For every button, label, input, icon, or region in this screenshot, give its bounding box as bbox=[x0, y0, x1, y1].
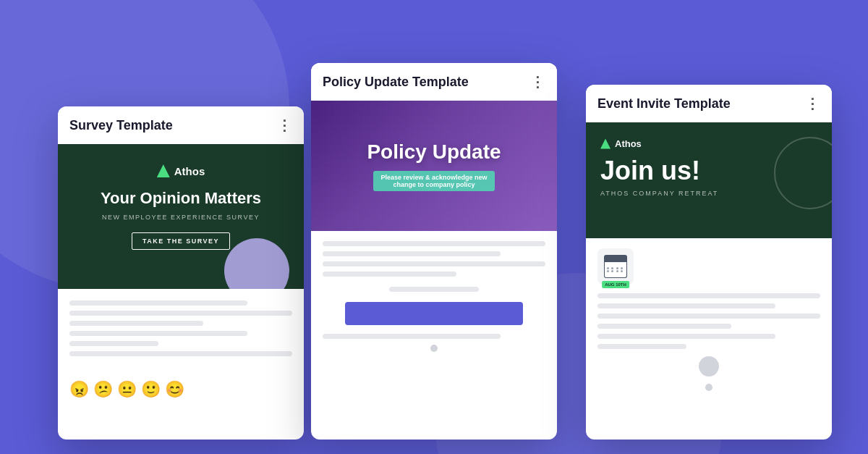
event-line-4 bbox=[597, 324, 731, 329]
policy-pagination-dot bbox=[430, 345, 438, 352]
event-logo-icon bbox=[600, 139, 610, 149]
event-template-card: Event Invite Template ⋮ Athos Join us! A… bbox=[586, 85, 832, 440]
policy-menu-button[interactable]: ⋮ bbox=[530, 73, 545, 91]
cal-dot-5 bbox=[607, 270, 609, 272]
event-banner: Athos Join us! ATHOS COMPANY RETREAT bbox=[586, 122, 832, 238]
event-logo-text: Athos bbox=[615, 138, 642, 149]
policy-card-body: Policy Update Please review & acknowledg… bbox=[311, 101, 557, 368]
event-line-5 bbox=[597, 334, 775, 339]
survey-cta-button[interactable]: TAKE THE SURVEY bbox=[132, 232, 230, 250]
event-card-body: Athos Join us! ATHOS COMPANY RETREAT bbox=[586, 122, 832, 407]
cal-dot-3 bbox=[616, 267, 618, 269]
event-line-6 bbox=[597, 344, 686, 349]
calendar-body bbox=[604, 262, 627, 278]
content-line-3 bbox=[69, 321, 203, 326]
survey-menu-button[interactable]: ⋮ bbox=[277, 117, 292, 134]
event-menu-button[interactable]: ⋮ bbox=[805, 95, 820, 112]
policy-line-1 bbox=[323, 241, 545, 246]
policy-line-5 bbox=[389, 287, 478, 292]
survey-circle-decoration bbox=[224, 238, 289, 289]
athos-logo-icon bbox=[157, 164, 170, 177]
cal-dot-2 bbox=[611, 267, 613, 269]
policy-cta-button[interactable] bbox=[345, 302, 523, 325]
policy-card-title: Policy Update Template bbox=[323, 75, 469, 90]
emoji-angry: 😠 bbox=[69, 380, 89, 399]
policy-subtext-box: Please review & acknowledge new change t… bbox=[373, 171, 494, 191]
content-line-5 bbox=[69, 341, 158, 346]
event-pagination-dot bbox=[705, 384, 712, 391]
survey-emoji-row: 😠 😕 😐 🙂 😊 bbox=[58, 373, 304, 406]
event-content: AUG 10TH bbox=[586, 238, 832, 407]
policy-card-header: Policy Update Template ⋮ bbox=[311, 63, 557, 101]
emoji-happy: 🙂 bbox=[141, 380, 161, 399]
emoji-neutral: 😐 bbox=[117, 380, 137, 399]
content-line-2 bbox=[69, 311, 292, 316]
policy-banner-overlay bbox=[311, 101, 557, 231]
survey-banner: Athos Your Opinion Matters NEW EMPLOYEE … bbox=[58, 144, 304, 289]
policy-banner: Policy Update Please review & acknowledg… bbox=[311, 101, 557, 231]
content-line-4 bbox=[69, 331, 247, 336]
content-line-6 bbox=[69, 351, 292, 356]
event-card-header: Event Invite Template ⋮ bbox=[586, 85, 832, 122]
event-line-2 bbox=[597, 303, 775, 308]
calendar-grid bbox=[607, 267, 624, 272]
emoji-very-happy: 😊 bbox=[165, 380, 184, 399]
policy-headline: Policy Update bbox=[367, 140, 501, 164]
event-cta-circle bbox=[699, 356, 719, 377]
survey-logo-text: Athos bbox=[174, 165, 205, 177]
policy-banner-image: Policy Update Please review & acknowledg… bbox=[311, 101, 557, 231]
policy-content bbox=[311, 231, 557, 368]
survey-card-header: Survey Template ⋮ bbox=[58, 106, 304, 144]
survey-card-body: Athos Your Opinion Matters NEW EMPLOYEE … bbox=[58, 144, 304, 406]
policy-subtext-line1: Please review & acknowledge new bbox=[380, 174, 487, 181]
cal-dot-7 bbox=[616, 270, 618, 272]
cal-dot-8 bbox=[621, 270, 623, 272]
event-line-3 bbox=[597, 314, 820, 319]
content-line-1 bbox=[69, 300, 247, 306]
calendar-icon: AUG 10TH bbox=[597, 248, 634, 285]
cal-dot-4 bbox=[621, 267, 623, 269]
survey-logo: Athos bbox=[72, 164, 289, 177]
cal-dot-1 bbox=[607, 267, 609, 269]
survey-content-lines bbox=[58, 289, 304, 373]
calendar-date-badge: AUG 10TH bbox=[602, 281, 629, 288]
event-line-1 bbox=[597, 293, 820, 298]
policy-line-2 bbox=[323, 251, 501, 256]
survey-card-title: Survey Template bbox=[69, 118, 173, 133]
event-card-title: Event Invite Template bbox=[597, 96, 731, 112]
policy-line-3 bbox=[323, 261, 545, 266]
policy-subtext-line2: change to company policy bbox=[380, 181, 487, 188]
emoji-sad: 😕 bbox=[93, 380, 113, 399]
calendar-top bbox=[604, 255, 627, 262]
survey-headline: Your Opinion Matters bbox=[72, 189, 289, 208]
policy-template-card: Policy Update Template ⋮ Policy Update P… bbox=[311, 63, 557, 440]
survey-template-card: Survey Template ⋮ Athos Your Opinion Mat… bbox=[58, 106, 304, 440]
policy-line-6 bbox=[323, 334, 501, 339]
cal-dot-6 bbox=[611, 270, 613, 272]
survey-subtext: NEW EMPLOYEE EXPERIENCE SURVEY bbox=[72, 214, 289, 221]
policy-line-4 bbox=[323, 272, 456, 277]
